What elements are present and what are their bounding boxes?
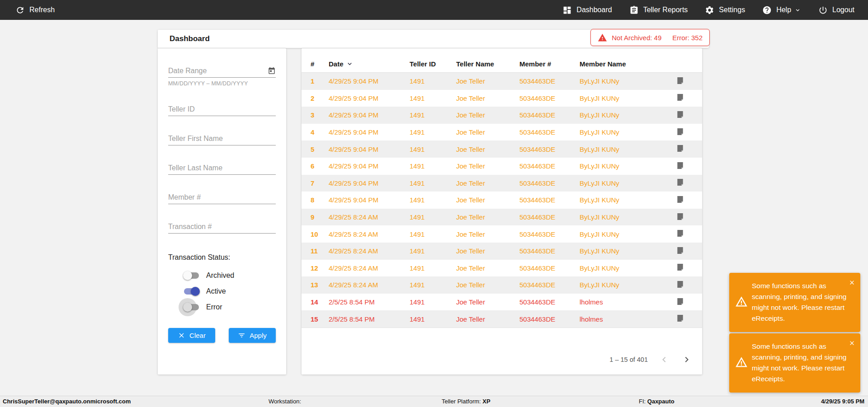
table-row[interactable]: 3 4/29/25 9:04 PM 1491 Joe Teller 503446… — [302, 107, 702, 124]
receipt-note-icon[interactable] — [676, 178, 684, 187]
table-header: # Date Teller ID Teller Name Member # Me… — [302, 56, 702, 73]
toast-message: Some functions such as scanning, printin… — [752, 281, 855, 324]
table-row[interactable]: 12 4/29/25 8:24 AM 1491 Joe Teller 50344… — [302, 260, 702, 277]
logged-in-user: ChrisSuperTeller@qaxpauto.onmicrosoft.co… — [3, 398, 131, 405]
filter-icon — [238, 332, 245, 339]
table-row[interactable]: 7 4/29/25 9:04 PM 1491 Joe Teller 503446… — [302, 175, 702, 192]
warning-triangle-icon — [735, 295, 748, 308]
chevron-left-icon — [659, 354, 670, 365]
table-row[interactable]: 8 4/29/25 9:04 PM 1491 Joe Teller 503446… — [302, 192, 702, 209]
toggle-archived[interactable]: Archived — [168, 268, 276, 283]
page-title: Dashboard — [158, 34, 210, 43]
receipt-note-icon[interactable] — [676, 297, 684, 306]
table-row[interactable]: 6 4/29/25 9:04 PM 1491 Joe Teller 503446… — [302, 158, 702, 175]
receipt-note-icon[interactable] — [676, 229, 684, 238]
fi-status: FI: Qaxpauto — [639, 398, 675, 405]
calendar-icon[interactable] — [268, 67, 276, 75]
sort-desc-icon — [346, 60, 354, 68]
archived-switch[interactable] — [183, 271, 200, 280]
receipt-note-icon[interactable] — [676, 161, 684, 170]
close-x-icon — [178, 332, 185, 339]
receipt-note-icon[interactable] — [676, 93, 684, 102]
transactions-table: # Date Teller ID Teller Name Member # Me… — [302, 48, 702, 374]
table-row[interactable]: 9 4/29/25 8:24 AM 1491 Joe Teller 503446… — [302, 209, 702, 226]
table-row[interactable]: 4 4/29/25 9:04 PM 1491 Joe Teller 503446… — [302, 124, 702, 141]
table-row[interactable]: 10 4/29/25 8:24 AM 1491 Joe Teller 50344… — [302, 225, 702, 243]
teller-last-name-field[interactable]: Teller Last Name — [168, 162, 276, 175]
toast-stack: Some functions such as scanning, printin… — [729, 273, 860, 393]
table-row[interactable]: 13 4/29/25 8:24 AM 1491 Joe Teller 50344… — [302, 276, 702, 294]
table-row[interactable]: 11 4/29/25 8:24 AM 1491 Joe Teller 50344… — [302, 243, 702, 260]
chevron-down-icon — [794, 7, 801, 14]
warning-triangle-icon — [735, 356, 748, 369]
power-icon — [818, 5, 828, 15]
active-switch[interactable] — [183, 287, 200, 296]
col-teller-name[interactable]: Teller Name — [456, 60, 519, 68]
table-row[interactable]: 1 4/29/25 9:04 PM 1491 Joe Teller 503446… — [302, 73, 702, 90]
toast-message: Some functions such as scanning, printin… — [752, 341, 855, 384]
clear-button[interactable]: Clear — [168, 328, 215, 343]
close-icon[interactable] — [849, 340, 855, 346]
filters-panel: Date Range MM/DD/YYYY – MM/DD/YYYY Telle… — [158, 48, 286, 374]
nav-item-logout[interactable]: Logout — [818, 5, 854, 15]
filter-actions: Clear Apply — [168, 328, 276, 343]
pagination-range: 1 – 15 of 401 — [609, 356, 648, 363]
receipt-note-icon[interactable] — [676, 212, 684, 221]
warning-toast: Some functions such as scanning, printin… — [729, 273, 860, 332]
date-range-helper: MM/DD/YYYY – MM/DD/YYYY — [168, 80, 276, 87]
toggle-active[interactable]: Active — [168, 284, 276, 299]
toggle-error[interactable]: Error — [168, 299, 276, 315]
receipt-note-icon[interactable] — [676, 195, 684, 204]
table-row[interactable]: 2 4/29/25 9:04 PM 1491 Joe Teller 503446… — [302, 90, 702, 107]
col-member-num[interactable]: Member # — [519, 60, 580, 68]
member-number-field[interactable]: Member # — [168, 192, 276, 204]
archive-error-alert[interactable]: Not Archived: 49 Error: 352 — [590, 29, 710, 46]
status-datetime: 4/29/25 9:05 PM — [821, 398, 864, 405]
nav-item-settings[interactable]: Settings — [705, 5, 745, 15]
gear-icon — [705, 5, 714, 15]
col-teller-id[interactable]: Teller ID — [410, 60, 456, 68]
receipt-note-icon[interactable] — [676, 263, 684, 271]
teller-platform-status: Teller Platform: XP — [442, 398, 491, 405]
transaction-status-label: Transaction Status: — [168, 253, 276, 262]
workstation-status: Workstation: — [269, 398, 301, 405]
teller-first-name-field[interactable]: Teller First Name — [168, 133, 276, 145]
col-member-name[interactable]: Member Name — [580, 60, 676, 68]
apply-button[interactable]: Apply — [229, 328, 276, 343]
receipt-note-icon[interactable] — [676, 314, 684, 323]
nav-item-dashboard[interactable]: Dashboard — [562, 5, 612, 15]
not-archived-count: Not Archived: 49 — [612, 34, 661, 42]
refresh-button[interactable]: Refresh — [15, 5, 55, 15]
chevron-right-icon — [681, 354, 692, 365]
date-range-field[interactable]: Date Range — [168, 65, 276, 78]
warning-toast: Some functions such as scanning, printin… — [729, 333, 860, 393]
receipt-note-icon[interactable] — [676, 76, 684, 85]
help-icon — [762, 5, 772, 15]
refresh-icon — [15, 5, 25, 15]
teller-id-field[interactable]: Teller ID — [168, 103, 276, 116]
next-page-button[interactable] — [680, 353, 693, 366]
receipt-note-icon[interactable] — [676, 127, 684, 136]
table-row[interactable]: 5 4/29/25 9:04 PM 1491 Joe Teller 503446… — [302, 140, 702, 158]
error-count: Error: 352 — [672, 34, 703, 42]
clipboard-icon — [629, 5, 639, 15]
nav-item-teller-reports[interactable]: Teller Reports — [629, 5, 688, 15]
pagination: 1 – 15 of 401 — [609, 353, 693, 366]
dashboard-icon — [562, 5, 572, 15]
close-icon[interactable] — [849, 279, 855, 286]
transaction-number-field[interactable]: Transaction # — [168, 221, 276, 234]
receipt-note-icon[interactable] — [676, 246, 684, 255]
receipt-note-icon[interactable] — [676, 110, 684, 119]
date-range-placeholder: Date Range — [168, 67, 207, 75]
nav-item-help[interactable]: Help — [762, 5, 801, 15]
receipt-note-icon[interactable] — [676, 144, 684, 153]
table-row[interactable]: 14 2/5/25 8:54 PM 1491 Joe Teller 503446… — [302, 294, 702, 311]
receipt-note-icon[interactable] — [676, 280, 684, 289]
col-date[interactable]: Date — [329, 60, 410, 68]
prev-page-button[interactable] — [658, 353, 670, 366]
table-row[interactable]: 15 2/5/25 8:54 PM 1491 Joe Teller 503446… — [302, 310, 702, 327]
error-switch[interactable] — [183, 303, 200, 312]
table-body: 1 4/29/25 9:04 PM 1491 Joe Teller 503446… — [302, 73, 702, 328]
status-bar: ChrisSuperTeller@qaxpauto.onmicrosoft.co… — [0, 396, 868, 407]
col-number[interactable]: # — [311, 60, 329, 68]
